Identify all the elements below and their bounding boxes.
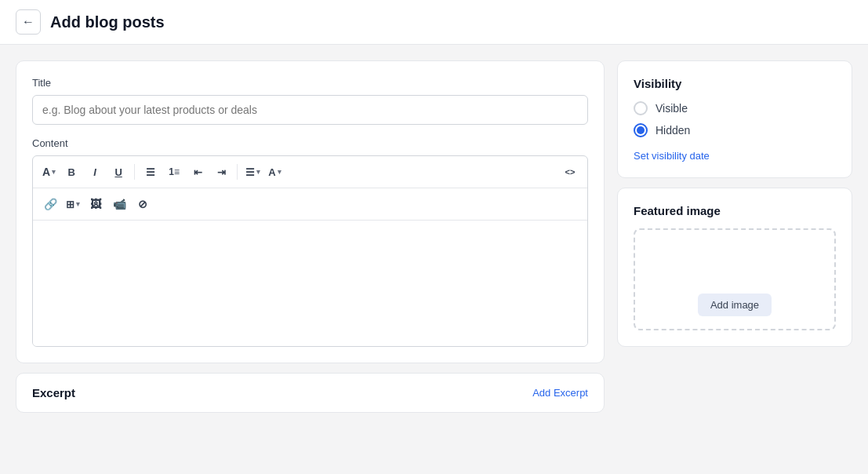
block-button[interactable]: ⊘	[132, 193, 154, 215]
image-icon: 🖼	[90, 198, 101, 210]
visible-label: Visible	[656, 102, 688, 115]
align-icon: ☰	[245, 166, 255, 178]
page-header: ← Add blog posts	[0, 0, 868, 45]
video-icon: 📹	[113, 198, 126, 210]
left-column: Title Content A ▾ B I U	[16, 60, 605, 413]
ul-icon: ☰	[146, 166, 155, 178]
video-button[interactable]: 📹	[108, 193, 130, 215]
back-icon: ←	[22, 15, 35, 29]
text-color-icon: A	[268, 166, 275, 178]
unordered-list-button[interactable]: ☰	[140, 161, 162, 183]
visibility-title: Visibility	[634, 77, 836, 90]
ordered-list-button[interactable]: 1≡	[163, 161, 185, 183]
font-icon: A	[42, 166, 50, 178]
add-image-button[interactable]: Add image	[698, 294, 772, 316]
toolbar-row2: 🔗 ⊞ ▾ 🖼 📹 ⊘	[33, 188, 587, 221]
toolbar-row1: A ▾ B I U ☰ 1≡	[33, 156, 587, 188]
title-label: Title	[32, 77, 588, 89]
excerpt-card: Excerpt Add Excerpt	[16, 373, 605, 413]
add-excerpt-link[interactable]: Add Excerpt	[532, 387, 588, 399]
main-content-card: Title Content A ▾ B I U	[16, 60, 605, 363]
table-button[interactable]: ⊞ ▾	[63, 193, 83, 215]
main-layout: Title Content A ▾ B I U	[0, 45, 868, 428]
align-button[interactable]: ☰ ▾	[242, 161, 263, 183]
page-title: Add blog posts	[50, 13, 165, 31]
source-button[interactable]: <>	[559, 161, 581, 183]
link-icon: 🔗	[44, 198, 57, 210]
source-icon: <>	[565, 167, 576, 177]
featured-image-title: Featured image	[634, 204, 836, 217]
featured-image-card: Featured image Add image	[617, 188, 852, 347]
visible-option[interactable]: Visible	[634, 101, 836, 115]
bold-button[interactable]: B	[60, 161, 82, 183]
italic-icon: I	[93, 166, 96, 178]
editor-body[interactable]	[33, 221, 587, 346]
underline-icon: U	[114, 166, 122, 178]
divider-1	[134, 164, 135, 180]
title-section: Title	[32, 77, 588, 125]
back-button[interactable]: ←	[16, 9, 41, 35]
image-button[interactable]: 🖼	[85, 193, 107, 215]
bold-icon: B	[67, 166, 74, 178]
title-input[interactable]	[32, 95, 588, 125]
hidden-label: Hidden	[656, 124, 690, 137]
hidden-option[interactable]: Hidden	[634, 123, 836, 137]
outdent-button[interactable]: ⇤	[187, 161, 209, 183]
outdent-icon: ⇤	[194, 166, 202, 178]
image-drop-zone[interactable]: Add image	[634, 228, 836, 330]
underline-button[interactable]: U	[107, 161, 129, 183]
align-arrow: ▾	[256, 168, 260, 176]
content-label: Content	[32, 137, 588, 149]
visible-radio[interactable]	[634, 101, 648, 115]
text-color-button[interactable]: A ▾	[265, 161, 284, 183]
block-icon: ⊘	[138, 198, 147, 210]
link-button[interactable]: 🔗	[39, 193, 61, 215]
text-color-arrow: ▾	[278, 168, 281, 176]
table-arrow: ▾	[76, 200, 80, 208]
table-icon: ⊞	[66, 199, 74, 210]
ol-icon: 1≡	[169, 166, 180, 177]
indent-icon: ⇥	[217, 166, 226, 178]
font-arrow: ▾	[52, 168, 56, 176]
set-visibility-date-link[interactable]: Set visibility date	[634, 150, 710, 162]
editor-wrapper: A ▾ B I U ☰ 1≡	[32, 155, 588, 347]
italic-button[interactable]: I	[84, 161, 106, 183]
content-section: Content A ▾ B I U ☰	[32, 137, 588, 347]
indent-button[interactable]: ⇥	[210, 161, 232, 183]
divider-2	[237, 164, 238, 180]
hidden-radio[interactable]	[634, 123, 648, 137]
font-button[interactable]: A ▾	[39, 161, 59, 183]
visibility-card: Visibility Visible Hidden Set visibility…	[617, 60, 852, 178]
excerpt-title: Excerpt	[32, 386, 75, 399]
right-column: Visibility Visible Hidden Set visibility…	[617, 60, 852, 347]
